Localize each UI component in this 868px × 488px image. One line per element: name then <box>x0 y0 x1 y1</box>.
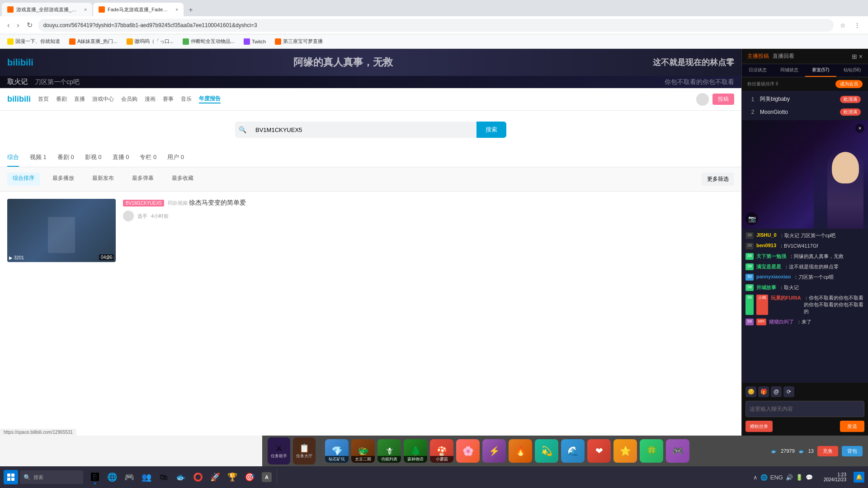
forward-button[interactable]: › <box>15 19 21 31</box>
taskbar-app-steam[interactable]: 🎮 <box>121 469 137 485</box>
taskbar-app-misc1[interactable]: 🎯 <box>241 469 258 485</box>
bili-nav-shop[interactable]: 会员购 <box>121 95 137 103</box>
sidebar-tab-race[interactable]: 赛宠(57) <box>805 64 837 77</box>
filter-fav[interactable]: 最多收藏 <box>166 173 199 186</box>
filter-all[interactable]: 综合排序 <box>7 173 40 186</box>
chat-at-btn[interactable]: @ <box>771 386 782 397</box>
streamer-1[interactable]: 1 阿美bigbaby 欧清满 <box>745 93 864 106</box>
notifications-btn[interactable]: 🔔 <box>854 472 864 483</box>
dock-game-2[interactable]: 🐲 太古二期 <box>351 439 375 463</box>
sidebar-close-icon[interactable]: × <box>859 53 863 60</box>
dock-game-10[interactable]: 🌊 <box>561 439 585 463</box>
bili-tab-movie[interactable]: 影视 0 <box>85 149 102 167</box>
tray-network-icon[interactable]: 🌐 <box>760 474 768 481</box>
video-title[interactable]: 徐杰马变变的简单爱 <box>189 199 246 206</box>
taskbar-app-friends[interactable]: 👥 <box>138 469 155 485</box>
more-filter-btn[interactable]: 更多筛选 <box>702 173 734 186</box>
filter-danmaku[interactable]: 最多弹幕 <box>127 173 159 186</box>
dock-game-14[interactable]: 🎮 <box>666 439 689 463</box>
chat-gift-btn[interactable]: 🎁 <box>758 386 769 397</box>
dock-game-6[interactable]: 🌸 <box>456 439 480 463</box>
dock-game-7[interactable]: ⚡ <box>482 439 506 463</box>
streamer-2[interactable]: 2 MoonGiotto 欧清满 <box>745 106 864 118</box>
bookmark-3[interactable]: 仲断蛇全互动物品... <box>179 37 238 46</box>
tab-close-1[interactable]: × <box>84 7 87 12</box>
bili-tab-video[interactable]: 视频 1 <box>30 149 47 167</box>
bookmark-1[interactable]: A妹妹直播_热门... <box>66 37 121 46</box>
bili-tab-bangumi[interactable]: 番剧 0 <box>57 149 74 167</box>
tab-1[interactable]: 游戏直播_全部游戏直播_斗鱼... × <box>2 3 92 16</box>
chat-send-btn[interactable]: 发送 <box>840 421 864 432</box>
taskbar-app-browser[interactable]: 🌐 <box>104 469 120 485</box>
dock-game-9[interactable]: 💫 <box>535 439 558 463</box>
bili-nav-live[interactable]: 直播 <box>74 95 85 103</box>
dock-game-11[interactable]: ❤ <box>587 439 611 463</box>
start-button[interactable] <box>4 470 18 484</box>
bili-tab-column[interactable]: 专栏 0 <box>140 149 156 167</box>
dock-game-8[interactable]: 🔥 <box>509 439 532 463</box>
sidebar-tab-city[interactable]: 同城状态 <box>774 64 805 77</box>
sidebar-grid-icon[interactable]: ⊞ <box>852 53 857 60</box>
bili-nav-music[interactable]: 音乐 <box>181 95 192 103</box>
bili-nav-home[interactable]: 首页 <box>38 95 49 103</box>
recharge-fish-btn[interactable]: 充鱼 <box>817 446 838 456</box>
bili-tab-live[interactable]: 直播 0 <box>113 149 129 167</box>
taskbar-app-vk[interactable]: 🚀 <box>207 469 223 485</box>
sidebar-tab-diamond[interactable]: 钻钻(56) <box>836 64 868 77</box>
task-icon[interactable]: 📋 任务大厅 <box>293 437 316 465</box>
bili-nav-esports[interactable]: 赛事 <box>163 95 174 103</box>
taskbar-app-taobao[interactable]: 🛍 <box>156 469 172 485</box>
reload-button[interactable]: ↻ <box>25 19 34 31</box>
bili-search-input[interactable] <box>250 122 476 138</box>
back-button[interactable]: ‹ <box>5 19 11 31</box>
chat-emoji-btn[interactable]: 😊 <box>745 386 756 397</box>
more-icon[interactable]: ⋮ <box>852 20 863 31</box>
bili-nav-game[interactable]: 游戏中心 <box>92 95 114 103</box>
bili-search-button[interactable]: 搜索 <box>476 122 506 138</box>
sidebar-tab-daily[interactable]: 日沿状态 <box>742 64 774 77</box>
bili-nav-anime[interactable]: 番剧 <box>56 95 67 103</box>
bookmark-icon[interactable]: ☆ <box>837 20 848 31</box>
taskbar-app-perfect[interactable]: 🏆 <box>224 469 241 485</box>
new-tab-button[interactable]: + <box>184 4 197 16</box>
quest-icon[interactable]: ⚔ 任务助手 <box>268 437 290 465</box>
bili-tab-user[interactable]: 用户 0 <box>167 149 184 167</box>
taskbar-app-douyu[interactable]: 🐟 <box>173 469 189 485</box>
bili-upload-btn[interactable]: 投稿 <box>712 94 734 105</box>
dock-game-1[interactable]: 💎 钻石矿坑 <box>325 439 349 463</box>
chat-bullet-btn[interactable]: ⟳ <box>783 386 794 397</box>
taskbar-app-obs[interactable]: ⭕ <box>190 469 206 485</box>
bili-nav-annual[interactable]: 年度报告 <box>199 95 221 103</box>
bookmark-2[interactable]: 嗷呜呜（「っ口... <box>123 37 177 46</box>
sidebar-huikan-btn[interactable]: 直播回看 <box>773 52 794 60</box>
address-input[interactable] <box>38 19 834 32</box>
bookmark-twitch[interactable]: Twitch <box>240 38 269 46</box>
taskbar-clock[interactable]: 1:23 2024/12/23 <box>820 472 850 482</box>
bili-tab-all[interactable]: 综合 <box>7 149 19 167</box>
dock-game-13[interactable]: 🍀 <box>640 439 663 463</box>
become-member-btn[interactable]: 成为会员 <box>835 80 863 88</box>
chat-input[interactable] <box>745 401 864 417</box>
backpack-btn[interactable]: 背包 <box>842 446 863 456</box>
sidebar-zhubo-btn[interactable]: 主播投稿 <box>747 52 769 60</box>
camera-icon[interactable]: 📷 <box>745 212 758 225</box>
tray-battery-icon[interactable]: 🔋 <box>796 474 803 481</box>
live-close-btn[interactable]: × <box>855 124 864 133</box>
taskbar-search-box[interactable]: 🔍 搜索 <box>20 470 83 484</box>
bili-nav-manga[interactable]: 漫画 <box>145 95 156 103</box>
dock-game-12[interactable]: ⭐ <box>613 439 637 463</box>
bookmark-0[interactable]: 国漫一下、你就知道 <box>4 37 64 46</box>
dock-game-5[interactable]: 🍄 小蘑菇 <box>430 439 453 463</box>
dock-game-3[interactable]: 🗡 功能列表 <box>377 439 401 463</box>
filter-new[interactable]: 最新发布 <box>87 173 119 186</box>
tray-up-arrow[interactable]: ∧ <box>753 474 758 481</box>
tab-2-active[interactable]: Fade马龙游戏直播_Fade龙💻... × <box>93 3 184 16</box>
tray-volume-icon[interactable]: 🔊 <box>786 474 793 481</box>
dock-game-4[interactable]: 🌲 森林物语 <box>404 439 427 463</box>
tray-lang[interactable]: ENG <box>770 474 783 481</box>
taskbar-app-aio[interactable]: A <box>259 469 275 485</box>
bookmark-5[interactable]: 第三座宝可梦直播 <box>271 37 326 46</box>
bili-avatar[interactable] <box>696 93 709 106</box>
taskbar-app-bili[interactable]: 🅱 <box>87 469 103 485</box>
chat-gift-coupon-btn[interactable]: 赠粉丝券 <box>745 421 773 432</box>
